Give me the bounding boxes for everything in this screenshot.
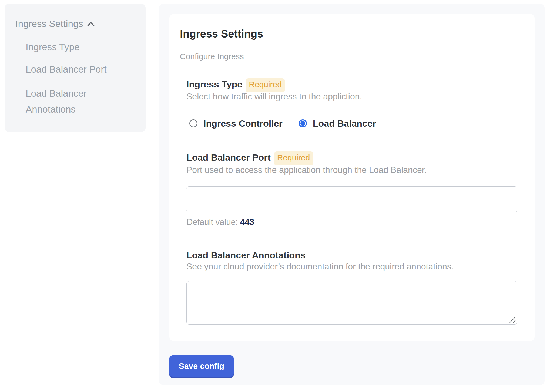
sidebar-item-ingress-type[interactable]: Ingress Type	[26, 39, 125, 55]
sidebar-item-list: Ingress Type Load Balancer Port Load Bal…	[26, 39, 125, 124]
load-balancer-annotations-label-row: Load Balancer Annotations	[186, 249, 306, 261]
ingress-settings-card: Ingress Settings Configure Ingress Ingre…	[169, 14, 535, 341]
radio-load-balancer-circle[interactable]	[299, 119, 307, 127]
load-balancer-annotations-label: Load Balancer Annotations	[186, 249, 306, 261]
radio-load-balancer[interactable]: Load Balancer	[299, 119, 376, 128]
radio-ingress-controller-circle[interactable]	[189, 119, 197, 127]
load-balancer-annotations-textarea[interactable]	[186, 281, 517, 325]
ingress-type-label: Ingress Type	[186, 78, 242, 90]
ingress-type-label-row: Ingress Type Required	[186, 78, 285, 92]
sidebar-group-label: Ingress Settings	[15, 18, 83, 29]
default-value-row: Default value: 443	[187, 217, 254, 227]
chevron-up-icon	[87, 22, 95, 26]
load-balancer-port-label: Load Balancer Port	[186, 151, 271, 163]
radio-ingress-controller[interactable]: Ingress Controller	[189, 119, 283, 128]
radio-load-balancer-label: Load Balancer	[313, 119, 376, 128]
page-title: Ingress Settings	[180, 27, 263, 40]
sidebar-item-load-balancer-annotations[interactable]: Load Balancer Annotations	[26, 85, 125, 117]
default-value-label: Default value:	[187, 217, 238, 227]
textarea-resize-handle-icon[interactable]	[509, 316, 516, 323]
load-balancer-port-description: Port used to access the application thro…	[186, 164, 427, 175]
ingress-type-description: Select how traffic will ingress to the a…	[186, 91, 362, 102]
radio-ingress-controller-label: Ingress Controller	[203, 119, 283, 128]
required-badge: Required	[246, 78, 285, 92]
load-balancer-annotations-description: See your cloud provider’s documentation …	[186, 261, 454, 272]
load-balancer-annotations-wrap	[186, 281, 517, 325]
config-nav-sidebar: Ingress Settings Ingress Type Load Balan…	[5, 4, 146, 132]
required-badge: Required	[274, 151, 313, 165]
ingress-type-radio-group: Ingress Controller Load Balancer	[189, 119, 376, 128]
page-subtitle: Configure Ingress	[180, 52, 244, 61]
sidebar-group-ingress-settings[interactable]: Ingress Settings	[15, 18, 95, 29]
default-value: 443	[240, 217, 254, 227]
save-config-button[interactable]: Save config	[169, 355, 234, 377]
load-balancer-port-input[interactable]	[186, 186, 517, 212]
load-balancer-port-label-row: Load Balancer Port Required	[186, 151, 313, 165]
sidebar-item-load-balancer-port[interactable]: Load Balancer Port	[26, 61, 125, 77]
config-panel: Ingress Settings Configure Ingress Ingre…	[159, 4, 545, 385]
